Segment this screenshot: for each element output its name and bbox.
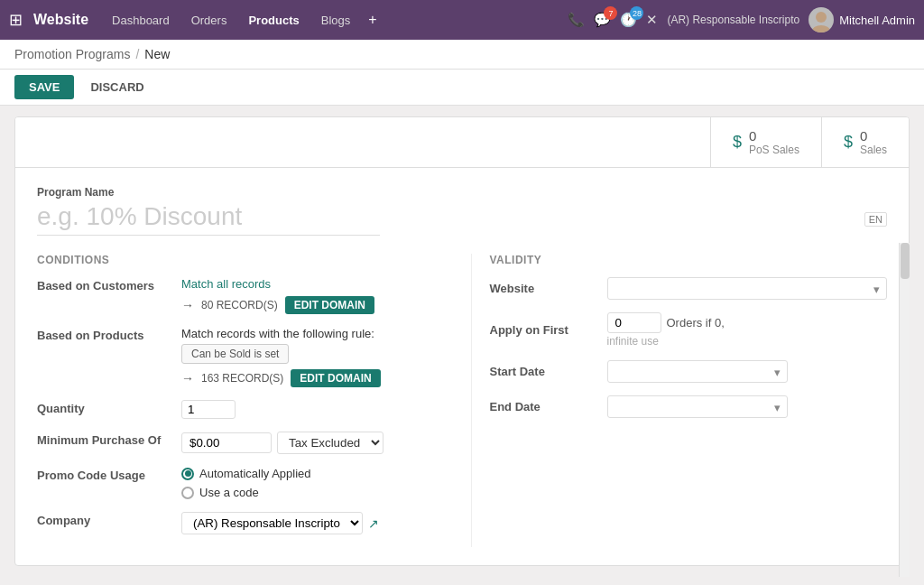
breadcrumb-current: New (144, 47, 170, 61)
validity-column: Validity Website (471, 254, 888, 547)
customers-records-row: → 80 RECORD(S) EDIT DOMAIN (181, 296, 435, 314)
form-card: $ 0 PoS Sales $ 0 Sales (14, 116, 910, 566)
company-wrap: (AR) Responsable Inscripto ↗ (181, 512, 435, 534)
breadcrumb-separator: / (135, 47, 139, 61)
chat-icon[interactable]: 💬 7 (594, 12, 611, 28)
customers-label: Based on Customers (37, 277, 181, 292)
quantity-input[interactable] (181, 400, 236, 419)
company-select[interactable]: (AR) Responsable Inscripto (181, 512, 363, 534)
logo[interactable]: Website (33, 12, 88, 28)
two-column-layout: Conditions Based on Customers Match all … (37, 254, 887, 547)
products-edit-domain-button[interactable]: EDIT DOMAIN (291, 369, 380, 387)
website-field: Website (490, 277, 888, 300)
scrollbar[interactable] (899, 243, 910, 577)
pos-sales-value: 0 (749, 128, 799, 144)
clock-icon[interactable]: 🕐 28 (620, 12, 637, 28)
website-label: Website (490, 282, 607, 295)
company-label: Company (37, 512, 181, 527)
svg-point-1 (812, 25, 830, 32)
start-date-wrap (607, 360, 788, 383)
svg-point-0 (816, 12, 827, 23)
purchase-wrap: Tax Excluded (181, 432, 435, 454)
program-name-input[interactable] (37, 202, 380, 236)
website-select-wrap (607, 277, 888, 300)
stats-bar: $ 0 PoS Sales $ 0 Sales (15, 117, 909, 168)
promo-code-radio[interactable] (181, 487, 194, 499)
stat-sales[interactable]: $ 0 Sales (821, 117, 909, 167)
start-date-field: Start Date (490, 360, 888, 383)
end-date-field: End Date (490, 395, 888, 418)
min-purchase-label: Minimum Purchase Of (37, 432, 181, 447)
sales-label: Sales (860, 144, 887, 156)
sales-value: 0 (860, 128, 887, 144)
promo-auto-row[interactable]: Automatically Applied (181, 467, 435, 480)
stat-pos-sales[interactable]: $ 0 PoS Sales (710, 117, 821, 167)
infinite-use-text: infinite use (607, 335, 888, 348)
company-field: Company (AR) Responsable Inscripto ↗ (37, 512, 435, 534)
promo-auto-label: Automatically Applied (199, 467, 311, 480)
company-external-link-icon[interactable]: ↗ (368, 516, 379, 531)
validity-title: Validity (490, 254, 888, 266)
sales-dollar-icon: $ (844, 133, 853, 152)
products-match-text: Match records with the following rule: (181, 327, 435, 340)
user-name: Mitchell Admin (839, 14, 915, 27)
discard-button[interactable]: DISCARD (81, 75, 152, 99)
pos-sales-label: PoS Sales (749, 144, 799, 156)
avatar (808, 7, 834, 32)
form-area: Program Name EN Conditions Based on Cust… (15, 168, 909, 565)
end-date-wrap (607, 395, 788, 418)
nav-products[interactable]: Products (239, 10, 308, 31)
nav-plus[interactable]: + (363, 8, 382, 32)
end-date-label: End Date (490, 400, 607, 413)
responsible-label: (AR) Responsable Inscripto (667, 14, 799, 26)
promo-code-row[interactable]: Use a code (181, 486, 435, 499)
promo-code-radio-group: Automatically Applied Use a code (181, 467, 435, 499)
products-field: Based on Products Match records with the… (37, 327, 435, 387)
tax-select[interactable]: Tax Excluded (277, 432, 383, 454)
customers-record-count: 80 RECORD(S) (201, 299, 278, 311)
nav-orders[interactable]: Orders (182, 10, 236, 31)
products-label: Based on Products (37, 327, 181, 342)
main-content: $ 0 PoS Sales $ 0 Sales (0, 106, 924, 577)
user-menu[interactable]: Mitchell Admin (808, 7, 915, 32)
customers-field: Based on Customers Match all records → 8… (37, 277, 435, 314)
products-rule-box[interactable]: Can be Sold is set (181, 344, 289, 364)
website-select[interactable] (607, 277, 888, 300)
start-date-label: Start Date (490, 365, 607, 378)
nav-links: Dashboard Orders Products Blogs + (103, 8, 560, 32)
end-date-select[interactable] (607, 395, 788, 418)
min-purchase-input[interactable] (181, 432, 272, 453)
top-nav: ⊞ Website Dashboard Orders Products Blog… (0, 0, 924, 40)
card-wrap: $ 0 PoS Sales $ 0 Sales (14, 116, 910, 566)
phone-icon[interactable]: 📞 (568, 12, 585, 28)
promo-auto-radio[interactable] (181, 468, 194, 480)
save-button[interactable]: SAVE (14, 75, 74, 99)
close-icon[interactable]: ✕ (646, 12, 658, 28)
customers-match-text[interactable]: Match all records (181, 277, 435, 291)
conditions-column: Conditions Based on Customers Match all … (37, 254, 471, 547)
quantity-field: Quantity (37, 400, 435, 419)
conditions-title: Conditions (37, 254, 435, 266)
breadcrumb-parent[interactable]: Promotion Programs (14, 47, 130, 61)
apply-first-label: Apply on First (490, 323, 607, 337)
promo-code-field: Promo Code Usage Automatically Applied (37, 467, 435, 499)
products-records-row: → 163 RECORD(S) EDIT DOMAIN (181, 369, 435, 387)
products-arrow-icon: → (181, 371, 194, 385)
grid-icon[interactable]: ⊞ (9, 10, 23, 30)
apply-first-wrap: Orders if 0, (607, 312, 888, 333)
start-date-select[interactable] (607, 360, 788, 383)
nav-dashboard[interactable]: Dashboard (103, 10, 179, 31)
promo-code-label-text: Use a code (199, 486, 259, 499)
program-name-field: Program Name EN (37, 186, 887, 236)
customers-edit-domain-button[interactable]: EDIT DOMAIN (285, 296, 374, 314)
program-name-label: Program Name (37, 186, 887, 199)
nav-blogs[interactable]: Blogs (312, 10, 360, 31)
promo-code-label: Promo Code Usage (37, 467, 181, 482)
orders-text: Orders if 0, (667, 316, 725, 330)
clock-badge: 28 (630, 6, 643, 20)
apply-first-input[interactable] (607, 312, 661, 333)
quantity-label: Quantity (37, 400, 181, 415)
scroll-thumb[interactable] (901, 243, 910, 279)
nav-icons: 📞 💬 7 🕐 28 ✕ (AR) Responsable Inscripto … (568, 7, 915, 32)
products-record-count: 163 RECORD(S) (201, 372, 283, 385)
